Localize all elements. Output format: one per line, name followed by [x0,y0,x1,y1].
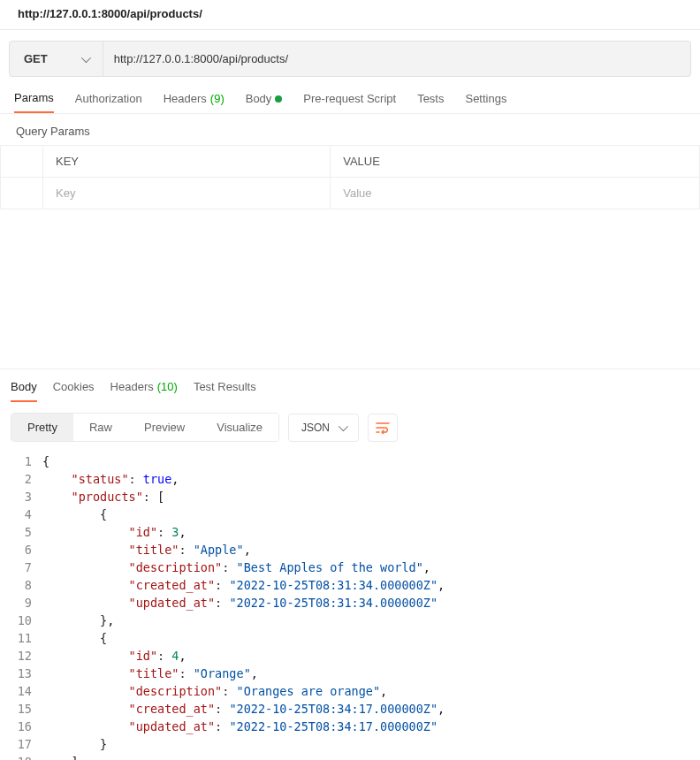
request-tab-title[interactable]: http://127.0.0.1:8000/api/products/ [0,0,700,30]
tab-response-cookies[interactable]: Cookies [53,380,95,402]
chevron-down-icon [339,421,348,430]
tab-response-body[interactable]: Body [11,380,37,402]
http-method-select[interactable]: GET [10,42,103,76]
http-method-label: GET [24,52,48,65]
view-visualize-button[interactable]: Visualize [201,414,278,441]
query-params-label: Query Params [0,114,700,145]
word-wrap-button[interactable] [368,414,398,442]
line-number-gutter: 12345678910111213141516171819 [0,452,42,760]
url-input[interactable] [103,42,690,76]
tab-tests[interactable]: Tests [417,91,444,113]
format-select[interactable]: JSON [288,414,359,442]
params-key-header: KEY [43,146,331,178]
params-value-input[interactable]: Value [331,178,700,209]
tab-response-headers[interactable]: Headers (10) [110,380,178,402]
params-checkbox-header [1,146,43,178]
response-body-viewer[interactable]: 12345678910111213141516171819 { "status"… [0,452,700,760]
tab-response-tests[interactable]: Test Results [194,380,256,402]
view-preview-button[interactable]: Preview [128,414,201,441]
query-params-table: KEY VALUE Key Value [0,145,700,209]
tab-body-label: Body [246,92,272,105]
request-tabs: Params Authorization Headers (9) Body Pr… [0,77,700,114]
response-headers-label: Headers [110,380,154,393]
response-toolbar: Pretty Raw Preview Visualize JSON [0,402,700,452]
view-mode-segment: Pretty Raw Preview Visualize [11,413,279,442]
tab-body[interactable]: Body [246,91,283,113]
tab-prerequest[interactable]: Pre-request Script [303,91,396,113]
tab-headers-label: Headers [164,92,207,105]
view-pretty-button[interactable]: Pretty [11,414,73,441]
chevron-down-icon [80,52,90,62]
response-tabs: Body Cookies Headers (10) Test Results [0,369,700,402]
body-modified-dot-icon [275,95,282,103]
tab-headers[interactable]: Headers (9) [164,91,224,113]
params-row-checkbox[interactable] [1,178,43,209]
tab-settings[interactable]: Settings [465,91,506,113]
request-bar: GET [9,41,691,77]
params-key-input[interactable]: Key [43,178,331,209]
response-headers-count-badge: (10) [157,380,178,393]
params-value-header: VALUE [331,146,700,178]
table-row: Key Value [1,178,700,209]
view-raw-button[interactable]: Raw [73,414,128,441]
word-wrap-icon [376,422,390,434]
format-label: JSON [301,422,330,434]
tab-authorization[interactable]: Authorization [75,91,142,113]
response-body-code: { "status": true, "products": [ { "id": … [42,452,445,760]
headers-count-badge: (9) [210,92,224,105]
tab-params[interactable]: Params [14,91,54,113]
